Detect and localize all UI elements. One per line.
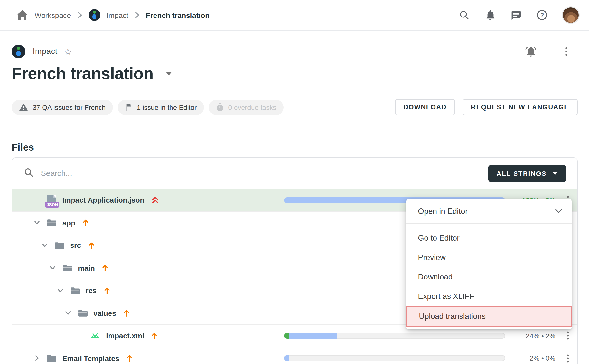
search-icon[interactable] xyxy=(459,9,470,21)
chevron-down-icon[interactable] xyxy=(65,310,72,317)
android-icon xyxy=(90,333,100,339)
project-header: Impact French translation xyxy=(0,45,589,83)
flag-icon xyxy=(125,103,132,111)
chip-qa-issues[interactable]: 37 QA issues for French xyxy=(12,99,113,115)
progress-percent-label: 24% • 2% xyxy=(513,332,555,340)
chat-icon[interactable] xyxy=(510,9,522,21)
project-name[interactable]: Impact xyxy=(33,47,57,56)
top-navigation-bar: Workspace Impact French translation ? xyxy=(0,0,589,31)
page: Workspace Impact French translation ? xyxy=(0,0,589,364)
folder-open-icon xyxy=(62,264,72,272)
context-menu-items: Go to Editor Preview Download Export as … xyxy=(406,224,572,329)
chip-editor-issues[interactable]: 1 issue in the Editor xyxy=(118,99,204,115)
menu-item-download[interactable]: Download xyxy=(406,267,572,287)
user-avatar[interactable] xyxy=(562,6,579,24)
topbar-actions: ? xyxy=(459,6,579,24)
folder-row-email-templates[interactable]: Email Templates 2% • 0% xyxy=(12,347,577,364)
warning-triangle-icon xyxy=(19,103,28,111)
upload-arrow-icon xyxy=(151,332,158,340)
impact-project-logo xyxy=(89,9,100,21)
json-file-icon: JSON xyxy=(47,195,56,206)
folder-open-icon xyxy=(54,242,64,249)
chevron-right-icon xyxy=(77,12,82,18)
upload-arrow-icon xyxy=(126,355,133,362)
menu-item-go-to-editor[interactable]: Go to Editor xyxy=(406,228,572,248)
progress-bar xyxy=(284,355,505,361)
chevron-down-icon[interactable] xyxy=(41,242,48,249)
svg-text:?: ? xyxy=(540,12,544,18)
chevron-down-icon[interactable] xyxy=(34,219,40,226)
search-icon xyxy=(24,167,34,180)
project-kebab-menu-icon[interactable] xyxy=(562,47,571,56)
double-chevron-up-icon xyxy=(151,196,159,204)
chevron-down-icon[interactable] xyxy=(57,287,64,294)
home-icon[interactable] xyxy=(17,9,28,21)
folder-closed-icon xyxy=(47,355,56,362)
folder-open-icon xyxy=(70,287,80,295)
breadcrumb-project[interactable]: Impact xyxy=(107,11,128,19)
title-dropdown-caret-icon[interactable] xyxy=(166,72,172,75)
upload-arrow-icon xyxy=(102,264,109,272)
impact-project-logo-large xyxy=(12,45,25,58)
chevron-down-icon[interactable] xyxy=(49,265,56,271)
chip-editor-issues-label: 1 issue in the Editor xyxy=(137,103,197,111)
chevron-down-icon xyxy=(555,209,562,213)
files-section-heading: Files xyxy=(12,142,577,153)
row-kebab-menu-icon[interactable] xyxy=(563,332,572,340)
breadcrumb: Workspace Impact French translation xyxy=(17,9,209,21)
menu-item-preview[interactable]: Preview xyxy=(406,248,572,267)
breadcrumb-workspace[interactable]: Workspace xyxy=(35,11,71,19)
all-strings-filter-button[interactable]: ALL STRINGS xyxy=(488,165,566,182)
chevron-down-icon xyxy=(553,172,557,175)
project-notifications-bell-icon[interactable] xyxy=(525,46,536,57)
request-new-language-button[interactable]: REQUEST NEW LANGUAGE xyxy=(463,99,577,115)
chip-overdue-tasks[interactable]: 0 overdue tasks xyxy=(209,99,284,115)
header-divider xyxy=(12,91,577,91)
row-kebab-menu-icon[interactable] xyxy=(563,354,572,363)
context-menu-header-open-in-editor[interactable]: Open in Editor xyxy=(406,199,572,224)
page-title: French translation xyxy=(12,64,153,83)
files-search-row: ALL STRINGS xyxy=(12,158,577,189)
progress-percent-label: 2% • 0% xyxy=(513,355,555,362)
folder-open-icon xyxy=(47,219,56,227)
menu-item-upload-translations[interactable]: Upload translations xyxy=(406,306,572,327)
breadcrumb-current-page: French translation xyxy=(146,11,210,19)
upload-arrow-icon xyxy=(123,309,130,317)
download-button[interactable]: DOWNLOAD xyxy=(395,99,455,115)
progress-bar xyxy=(284,333,505,339)
notifications-bell-icon[interactable] xyxy=(484,9,496,21)
files-search-input[interactable] xyxy=(41,169,488,178)
chevron-right-icon xyxy=(135,12,140,18)
favorite-star-icon[interactable] xyxy=(64,47,72,56)
upload-arrow-icon xyxy=(103,287,110,295)
status-bar: 37 QA issues for French 1 issue in the E… xyxy=(12,99,577,115)
help-icon[interactable]: ? xyxy=(536,9,548,21)
chevron-right-icon[interactable] xyxy=(34,355,40,362)
upload-arrow-icon xyxy=(88,242,95,249)
stopwatch-icon xyxy=(216,103,224,112)
chip-qa-issues-label: 37 QA issues for French xyxy=(33,103,106,111)
folder-open-icon xyxy=(78,309,88,317)
menu-item-export-as-xliff[interactable]: Export as XLIFF xyxy=(406,287,572,306)
chip-overdue-tasks-label: 0 overdue tasks xyxy=(228,103,276,111)
upload-arrow-icon xyxy=(82,219,89,227)
file-context-menu: Open in Editor Go to Editor Preview Down… xyxy=(406,199,572,329)
